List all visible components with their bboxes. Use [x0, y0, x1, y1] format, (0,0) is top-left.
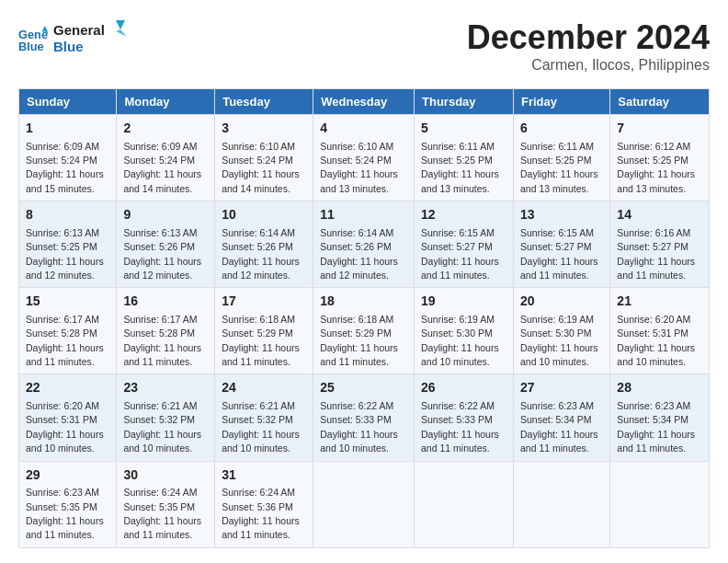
svg-text:Blue: Blue: [18, 40, 44, 53]
day-info: Sunrise: 6:15 AMSunset: 5:27 PMDaylight:…: [421, 227, 499, 281]
calendar-cell: 15 Sunrise: 6:17 AMSunset: 5:28 PMDaylig…: [19, 288, 117, 374]
calendar-cell: 17 Sunrise: 6:18 AMSunset: 5:29 PMDaylig…: [215, 288, 313, 374]
calendar-cell: 29 Sunrise: 6:23 AMSunset: 5:35 PMDaylig…: [19, 461, 117, 547]
day-number: 3: [222, 120, 306, 138]
day-info: Sunrise: 6:16 AMSunset: 5:27 PMDaylight:…: [617, 227, 695, 281]
calendar-cell: 27 Sunrise: 6:23 AMSunset: 5:34 PMDaylig…: [513, 374, 609, 461]
day-info: Sunrise: 6:17 AMSunset: 5:28 PMDaylight:…: [123, 314, 201, 367]
day-number: 25: [320, 379, 407, 397]
calendar-cell: 25 Sunrise: 6:22 AMSunset: 5:33 PMDaylig…: [313, 374, 415, 461]
day-info: Sunrise: 6:22 AMSunset: 5:33 PMDaylight:…: [320, 400, 398, 454]
day-info: Sunrise: 6:10 AMSunset: 5:24 PMDaylight:…: [320, 141, 398, 194]
weekday-header: Thursday: [415, 89, 514, 115]
day-number: 19: [421, 293, 506, 311]
svg-text:Blue: Blue: [53, 39, 84, 54]
day-info: Sunrise: 6:12 AMSunset: 5:25 PMDaylight:…: [617, 141, 695, 194]
day-number: 4: [320, 120, 407, 138]
calendar-cell: 22 Sunrise: 6:20 AMSunset: 5:31 PMDaylig…: [19, 374, 117, 461]
day-info: Sunrise: 6:09 AMSunset: 5:24 PMDaylight:…: [123, 141, 201, 194]
calendar-cell: 30 Sunrise: 6:24 AMSunset: 5:35 PMDaylig…: [117, 461, 215, 547]
day-info: Sunrise: 6:13 AMSunset: 5:25 PMDaylight:…: [26, 227, 104, 281]
day-number: 6: [520, 120, 603, 138]
day-number: 26: [421, 379, 506, 397]
day-info: Sunrise: 6:23 AMSunset: 5:34 PMDaylight:…: [617, 400, 695, 454]
weekday-header: Monday: [117, 89, 215, 115]
day-info: Sunrise: 6:20 AMSunset: 5:31 PMDaylight:…: [26, 400, 104, 454]
day-number: 30: [123, 466, 208, 485]
day-number: 27: [520, 379, 603, 397]
calendar-cell: 28 Sunrise: 6:23 AMSunset: 5:34 PMDaylig…: [610, 374, 710, 461]
day-info: Sunrise: 6:20 AMSunset: 5:31 PMDaylight:…: [617, 314, 695, 367]
calendar-body: 1 Sunrise: 6:09 AMSunset: 5:24 PMDayligh…: [19, 115, 710, 548]
calendar-week-row: 8 Sunrise: 6:13 AMSunset: 5:25 PMDayligh…: [19, 201, 710, 288]
day-info: Sunrise: 6:18 AMSunset: 5:29 PMDaylight:…: [320, 314, 398, 367]
day-info: Sunrise: 6:19 AMSunset: 5:30 PMDaylight:…: [421, 314, 499, 367]
day-info: Sunrise: 6:21 AMSunset: 5:32 PMDaylight:…: [123, 400, 201, 454]
day-info: Sunrise: 6:17 AMSunset: 5:28 PMDaylight:…: [26, 314, 104, 367]
day-info: Sunrise: 6:24 AMSunset: 5:36 PMDaylight:…: [222, 487, 300, 540]
weekday-header: Friday: [513, 89, 609, 115]
day-number: 2: [123, 120, 208, 138]
day-number: 18: [320, 293, 407, 311]
day-info: Sunrise: 6:15 AMSunset: 5:27 PMDaylight:…: [520, 227, 598, 281]
calendar-week-row: 29 Sunrise: 6:23 AMSunset: 5:35 PMDaylig…: [19, 461, 710, 547]
calendar-week-row: 1 Sunrise: 6:09 AMSunset: 5:24 PMDayligh…: [19, 115, 710, 201]
calendar-cell: 7 Sunrise: 6:12 AMSunset: 5:25 PMDayligh…: [610, 115, 710, 201]
weekday-header: Wednesday: [313, 89, 415, 115]
day-info: Sunrise: 6:22 AMSunset: 5:33 PMDaylight:…: [421, 400, 499, 454]
day-info: Sunrise: 6:11 AMSunset: 5:25 PMDaylight:…: [421, 141, 499, 194]
calendar-cell: [415, 461, 514, 547]
calendar-cell: 19 Sunrise: 6:19 AMSunset: 5:30 PMDaylig…: [415, 288, 514, 374]
weekday-header: Saturday: [610, 89, 710, 115]
day-number: 16: [123, 293, 208, 311]
day-number: 14: [617, 206, 702, 224]
day-number: 21: [617, 293, 702, 311]
day-number: 23: [123, 379, 208, 397]
day-number: 7: [617, 120, 702, 138]
header: General Blue General Blue December 2024 …: [18, 18, 710, 74]
calendar-cell: 4 Sunrise: 6:10 AMSunset: 5:24 PMDayligh…: [313, 115, 415, 201]
calendar-cell: 1 Sunrise: 6:09 AMSunset: 5:24 PMDayligh…: [19, 115, 117, 201]
day-number: 8: [26, 206, 109, 224]
day-number: 9: [123, 206, 208, 224]
calendar-cell: [610, 461, 710, 547]
svg-text:General: General: [53, 22, 105, 38]
day-number: 22: [26, 379, 109, 397]
calendar-cell: 14 Sunrise: 6:16 AMSunset: 5:27 PMDaylig…: [610, 201, 710, 288]
calendar-cell: 9 Sunrise: 6:13 AMSunset: 5:26 PMDayligh…: [117, 201, 215, 288]
day-info: Sunrise: 6:09 AMSunset: 5:24 PMDaylight:…: [26, 141, 104, 194]
calendar-cell: 8 Sunrise: 6:13 AMSunset: 5:25 PMDayligh…: [19, 201, 117, 288]
day-number: 24: [222, 379, 306, 397]
title-block: December 2024 Carmen, Ilocos, Philippine…: [467, 18, 710, 74]
svg-marker-7: [116, 29, 127, 37]
calendar-cell: 26 Sunrise: 6:22 AMSunset: 5:33 PMDaylig…: [415, 374, 514, 461]
weekday-header: Tuesday: [215, 89, 313, 115]
day-number: 12: [421, 206, 506, 224]
calendar-cell: [313, 461, 415, 547]
day-info: Sunrise: 6:14 AMSunset: 5:26 PMDaylight:…: [320, 227, 398, 281]
logo-svg: General Blue: [53, 18, 127, 59]
calendar-cell: 13 Sunrise: 6:15 AMSunset: 5:27 PMDaylig…: [513, 201, 609, 288]
day-number: 10: [222, 206, 306, 224]
calendar-cell: 6 Sunrise: 6:11 AMSunset: 5:25 PMDayligh…: [513, 115, 609, 201]
day-number: 13: [520, 206, 603, 224]
day-info: Sunrise: 6:13 AMSunset: 5:26 PMDaylight:…: [123, 227, 201, 281]
calendar-cell: 21 Sunrise: 6:20 AMSunset: 5:31 PMDaylig…: [610, 288, 710, 374]
day-info: Sunrise: 6:10 AMSunset: 5:24 PMDaylight:…: [222, 141, 300, 194]
day-number: 31: [222, 466, 306, 485]
day-number: 11: [320, 206, 407, 224]
day-info: Sunrise: 6:21 AMSunset: 5:32 PMDaylight:…: [222, 400, 300, 454]
calendar-cell: 5 Sunrise: 6:11 AMSunset: 5:25 PMDayligh…: [415, 115, 514, 201]
day-number: 29: [26, 466, 109, 485]
day-info: Sunrise: 6:23 AMSunset: 5:34 PMDaylight:…: [520, 400, 598, 454]
calendar-cell: 10 Sunrise: 6:14 AMSunset: 5:26 PMDaylig…: [215, 201, 313, 288]
calendar-cell: 31 Sunrise: 6:24 AMSunset: 5:36 PMDaylig…: [215, 461, 313, 547]
calendar-cell: 23 Sunrise: 6:21 AMSunset: 5:32 PMDaylig…: [117, 374, 215, 461]
day-number: 28: [617, 379, 702, 397]
day-info: Sunrise: 6:14 AMSunset: 5:26 PMDaylight:…: [222, 227, 300, 281]
day-number: 5: [421, 120, 506, 138]
calendar-cell: 18 Sunrise: 6:18 AMSunset: 5:29 PMDaylig…: [313, 288, 415, 374]
calendar-cell: 24 Sunrise: 6:21 AMSunset: 5:32 PMDaylig…: [215, 374, 313, 461]
calendar-cell: 20 Sunrise: 6:19 AMSunset: 5:30 PMDaylig…: [513, 288, 609, 374]
day-info: Sunrise: 6:24 AMSunset: 5:35 PMDaylight:…: [123, 487, 201, 540]
